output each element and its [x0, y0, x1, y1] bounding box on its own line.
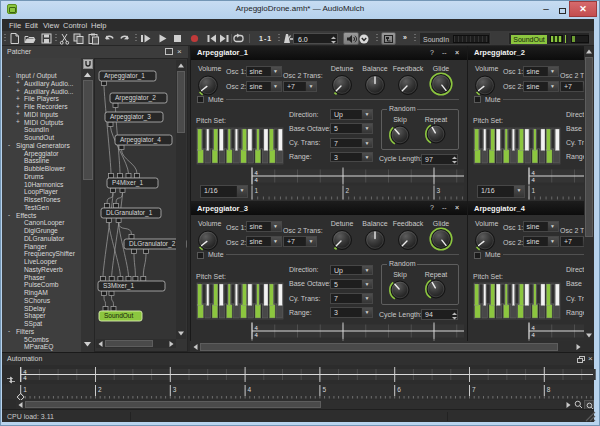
chevron-down-icon[interactable]: ▼ — [361, 124, 372, 133]
devices-vscrollbar[interactable] — [584, 46, 594, 342]
output-port[interactable] — [132, 249, 137, 254]
knob[interactable] — [366, 231, 385, 250]
output-port[interactable] — [144, 249, 149, 254]
patch-wire[interactable] — [109, 223, 121, 277]
scroll-up-icon[interactable] — [83, 71, 92, 79]
pitch-set-keyboard[interactable] — [197, 128, 283, 164]
osc2-dropdown[interactable]: sine▼ — [523, 81, 559, 92]
pitch-set-keyboard[interactable] — [197, 283, 283, 319]
collapse-expander-icon[interactable]: - — [8, 327, 10, 334]
cycle-spinner-icon[interactable] — [451, 156, 458, 164]
knob[interactable] — [399, 231, 418, 250]
mute-checkbox[interactable] — [197, 96, 204, 103]
automation-hscroll-thumb[interactable] — [25, 401, 321, 408]
chevron-down-icon[interactable]: ▼ — [305, 237, 316, 246]
go-to-end-icon[interactable] — [219, 33, 230, 44]
chevron-down-icon[interactable]: ▼ — [547, 222, 558, 231]
loop-icon[interactable] — [233, 33, 244, 44]
go-to-start-icon[interactable] — [206, 33, 217, 44]
canvas-hscroll-thumb[interactable] — [105, 340, 153, 347]
output-port[interactable] — [102, 291, 107, 296]
soundout-monitor[interactable]: SoundOut — [508, 32, 590, 45]
patch-wire[interactable] — [119, 223, 132, 235]
patch-node-s3mixer_1[interactable]: S3Mixer_1 — [98, 277, 165, 296]
canvas-hscrollbar[interactable] — [96, 339, 176, 348]
input-port[interactable] — [103, 307, 108, 312]
input-port[interactable] — [118, 174, 123, 179]
expand-expander-icon[interactable]: + — [16, 87, 20, 94]
knob[interactable] — [333, 75, 352, 94]
input-port[interactable] — [109, 277, 114, 282]
input-port[interactable] — [118, 277, 123, 282]
menu-file[interactable]: File — [9, 21, 21, 30]
collapse-expander-icon[interactable]: - — [8, 72, 10, 79]
menu-help[interactable]: Help — [91, 21, 106, 30]
devices-hscroll-thumb[interactable] — [200, 343, 558, 351]
expand-expander-icon[interactable]: + — [16, 118, 20, 125]
menu-control[interactable]: Control — [63, 21, 87, 30]
range-dropdown[interactable]: 3▼ — [330, 307, 373, 318]
base-octave-dropdown[interactable]: 5▼ — [330, 123, 373, 134]
open-file-icon[interactable] — [24, 33, 35, 44]
mute-checkbox[interactable] — [474, 96, 481, 103]
output-port[interactable] — [106, 218, 111, 223]
chevron-down-icon[interactable]: ▼ — [361, 294, 372, 303]
output-port[interactable] — [111, 188, 116, 193]
input-port[interactable] — [105, 204, 110, 209]
patch-wire[interactable] — [122, 150, 138, 174]
menu-view[interactable]: View — [43, 21, 59, 30]
pitch-set-keyboard[interactable] — [474, 283, 560, 319]
chevron-down-icon[interactable]: ▼ — [361, 266, 372, 275]
input-port[interactable] — [135, 174, 140, 179]
output-port[interactable] — [102, 81, 107, 86]
mute-checkbox[interactable] — [474, 252, 481, 259]
output-port[interactable] — [113, 103, 118, 108]
knob[interactable] — [430, 228, 452, 250]
cycle-length-spinbox[interactable]: 94 — [421, 309, 458, 320]
expand-expander-icon[interactable]: + — [16, 79, 20, 86]
expand-expander-icon[interactable]: + — [16, 95, 20, 102]
knob[interactable] — [199, 231, 218, 250]
tree-scrollbar-thumb[interactable] — [83, 80, 93, 180]
chevron-down-icon[interactable]: ▼ — [361, 153, 372, 162]
zoom-all-button[interactable] — [584, 400, 594, 410]
tempo-spinner-icon[interactable] — [330, 36, 337, 44]
chevron-down-icon[interactable]: ▼ — [236, 186, 247, 197]
patcher-view-button[interactable] — [381, 32, 396, 45]
patch-node-p4mixer_1[interactable]: P4Mixer_1 — [107, 174, 158, 193]
undo-icon[interactable] — [104, 33, 115, 44]
knob[interactable] — [399, 75, 418, 94]
knob[interactable] — [476, 231, 495, 250]
play-icon[interactable] — [157, 33, 168, 44]
output-port[interactable] — [109, 291, 114, 296]
osc1-dropdown[interactable]: sine▼ — [523, 66, 559, 77]
input-port[interactable] — [101, 277, 106, 282]
patch-node-arpeggiator_1[interactable]: Arpeggiator_1 — [99, 71, 156, 86]
patch-node-soundout[interactable]: SoundOut — [99, 307, 142, 322]
osc1-dropdown[interactable]: sine▼ — [246, 66, 282, 77]
tempo-box[interactable]: 6.0 — [293, 33, 338, 45]
save-icon[interactable] — [41, 33, 52, 44]
scroll-right-icon[interactable] — [565, 401, 572, 408]
chevron-down-icon[interactable]: ▼ — [270, 67, 281, 76]
cycle-spinner-icon[interactable] — [451, 312, 458, 320]
resize-grip[interactable] — [585, 411, 597, 422]
cut-icon[interactable] — [59, 33, 70, 44]
mute-checkbox[interactable] — [197, 252, 204, 259]
osc1-dropdown[interactable]: sine▼ — [246, 221, 282, 232]
direction-dropdown[interactable]: Up▼ — [330, 265, 373, 276]
chevron-down-icon[interactable]: ▼ — [361, 139, 372, 148]
speaker-button[interactable] — [343, 32, 359, 45]
new-file-icon[interactable] — [9, 33, 20, 44]
direction-dropdown[interactable]: Up▼ — [330, 109, 373, 120]
chevron-down-icon[interactable]: ▼ — [547, 237, 558, 246]
osc1-dropdown[interactable]: sine▼ — [523, 221, 559, 232]
zoom-icon[interactable] — [574, 400, 583, 409]
range-dropdown[interactable]: 3▼ — [330, 152, 373, 163]
patcher-float-icon[interactable] — [165, 48, 173, 55]
input-port[interactable] — [126, 174, 131, 179]
patch-wire[interactable] — [134, 254, 135, 277]
input-port[interactable] — [114, 204, 119, 209]
collapse-expander-icon[interactable]: - — [8, 141, 10, 148]
output-port[interactable] — [108, 122, 113, 127]
